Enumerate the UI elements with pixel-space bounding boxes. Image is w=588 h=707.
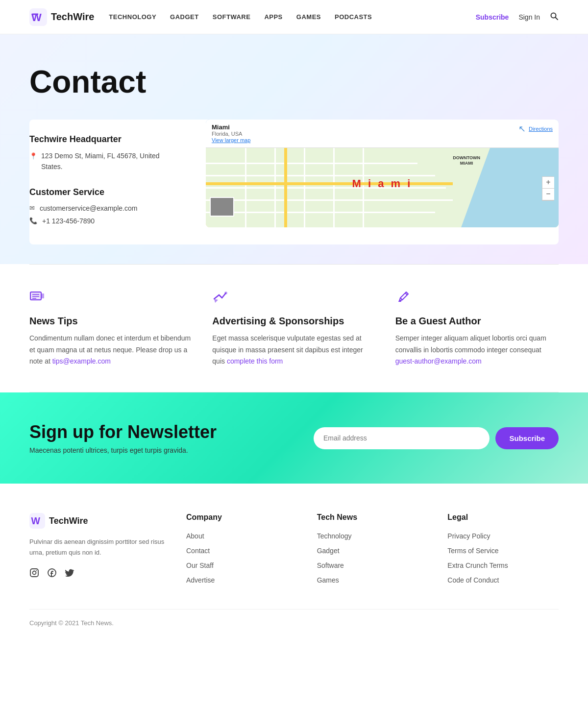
newsletter-title: Sign up for Newsletter [29,422,294,442]
three-column-section: News Tips Condimentum nullam donec et in… [29,264,559,392]
footer-company-title: Company [186,513,297,522]
footer-link-our-staff[interactable]: Our Staff [186,561,297,570]
newsletter-section: Sign up for Newsletter Maecenas potenti … [0,392,588,484]
facebook-icon[interactable] [47,568,57,580]
svg-line-12 [400,298,402,300]
nav-games[interactable]: GAMES [296,13,321,21]
hq-title: Techwire Headquarter [29,134,172,145]
view-larger-map-link[interactable]: View larger map [212,137,250,143]
directions-link[interactable]: Directions [529,126,553,132]
complete-form-link[interactable]: complete this form [227,357,283,365]
footer-grid: W TechWire Pulvinar dis aenean dignissim… [29,513,559,585]
advertising-column: Advertising & Sponsorships Eget massa sc… [212,289,375,367]
email-text: customerservice@example.com [40,204,137,212]
footer-link-contact[interactable]: Contact [186,546,297,555]
footer-brand-name: TechWire [49,516,88,526]
svg-point-18 [33,571,36,575]
footer-social [29,568,167,580]
advertising-title: Advertising & Sponsorships [212,316,375,327]
footer-link-advertise[interactable]: Advertise [186,576,297,585]
footer-link-terms[interactable]: Terms of Service [447,546,559,555]
map-state: Florida, USA [212,131,250,137]
phone-text: +1 123-456-7890 [42,217,95,225]
search-button[interactable] [550,12,559,22]
email-icon: ✉ [29,204,35,212]
footer-bottom: Copyright © 2021 Tech News. [29,609,559,627]
footer-link-privacy[interactable]: Privacy Policy [447,532,559,540]
guest-author-icon [395,289,559,308]
svg-text:W: W [31,515,41,526]
map-body: M i a m i DOWNTOWNMIAMI + − [206,148,559,227]
map-placeholder: Miami Florida, USA View larger map ↖ Dir… [206,120,559,227]
miami-label: M i a m i [352,177,413,190]
signin-button[interactable]: Sign In [518,13,540,21]
footer-link-software[interactable]: Software [317,561,428,570]
nav-gadget[interactable]: GADGET [170,13,199,21]
news-tips-text: Condimentum nullam donec et interdum et … [29,333,193,367]
contact-section: Techwire Headquarter 📍 123 Demo St, Miam… [29,120,559,244]
footer-tech-news-links: Technology Gadget Software Games [317,532,428,585]
footer-legal-title: Legal [447,513,559,522]
nav-podcasts[interactable]: PODCASTS [335,13,372,21]
nav-technology[interactable]: TECHNOLOGY [109,13,156,21]
nav-software[interactable]: SOFTWARE [213,13,251,21]
map-city: Miami [212,123,250,131]
logo-text: TechWire [51,11,94,23]
guest-author-text: Semper integer aliquam aliquet lobortis … [395,333,559,367]
twitter-icon[interactable] [65,568,74,580]
footer-description: Pulvinar dis aenean dignissim porttitor … [29,536,167,558]
footer-link-gadget[interactable]: Gadget [317,546,428,555]
footer-logo-icon: W [29,513,45,529]
advertising-text: Eget massa scelerisque vulputate egestas… [212,333,375,367]
guest-author-email-link[interactable]: guest-author@example.com [395,357,482,365]
svg-line-4 [556,18,558,20]
map-top-bar: Miami Florida, USA View larger map ↖ Dir… [206,120,559,148]
newsletter-subtitle: Maecenas potenti ultrices, turpis eget t… [29,446,294,454]
instagram-icon[interactable] [29,568,39,580]
newsletter-subscribe-button[interactable]: Subscribe [495,427,559,449]
subscribe-button[interactable]: Subscribe [476,13,509,21]
footer-link-technology[interactable]: Technology [317,532,428,540]
logo[interactable]: W TechWire [29,8,94,26]
footer: W TechWire Pulvinar dis aenean dignissim… [0,484,588,641]
copyright-text: Copyright © 2021 Tech News. [29,619,114,627]
newsletter-right: Subscribe [314,427,559,449]
news-tips-title: News Tips [29,316,193,327]
footer-wrapper: W TechWire Pulvinar dis aenean dignissim… [0,484,588,641]
footer-brand-column: W TechWire Pulvinar dis aenean dignissim… [29,513,167,585]
header-right: Subscribe Sign In [476,12,559,22]
zoom-in-button[interactable]: + [542,177,554,189]
directions-icon: ↖ [518,123,526,134]
news-tips-icon [29,289,193,308]
customer-service-title: Customer Service [29,187,172,197]
zoom-out-button[interactable]: − [542,189,554,200]
footer-link-games[interactable]: Games [317,576,428,585]
address-row: 📍 123 Demo St, Miami, FL 45678, United S… [29,150,172,172]
street-view-thumbnail [210,197,234,217]
downtown-label: DOWNTOWNMIAMI [453,155,480,166]
footer-tech-news-column: Tech News Technology Gadget Software Gam… [317,513,428,585]
email-input[interactable] [314,427,490,449]
footer-link-code-conduct[interactable]: Code of Conduct [447,576,559,585]
svg-rect-17 [30,569,38,577]
contact-info: Techwire Headquarter 📍 123 Demo St, Miam… [29,120,186,244]
svg-text:W: W [31,11,42,24]
footer-tech-news-title: Tech News [317,513,428,522]
tips-email-link[interactable]: tips@example.com [52,357,111,365]
svg-point-11 [224,292,227,294]
footer-legal-links: Privacy Policy Terms of Service Extra Cr… [447,532,559,585]
main-content: News Tips Condimentum nullam donec et in… [0,264,588,392]
nav-apps[interactable]: APPS [264,13,282,21]
svg-point-19 [36,570,37,571]
email-row: ✉ customerservice@example.com [29,204,172,212]
footer-link-extra-crunch[interactable]: Extra Crunch Terms [447,561,559,570]
advertising-icon [212,289,375,308]
page-hero: Contact Techwire Headquarter 📍 123 Demo … [0,34,588,264]
map-container: Miami Florida, USA View larger map ↖ Dir… [206,120,559,227]
footer-link-about[interactable]: About [186,532,297,540]
footer-legal-column: Legal Privacy Policy Terms of Service Ex… [447,513,559,585]
news-tips-column: News Tips Condimentum nullam donec et in… [29,289,193,367]
phone-row: 📞 +1 123-456-7890 [29,217,172,225]
guest-author-column: Be a Guest Author Semper integer aliquam… [395,289,559,367]
main-nav: TECHNOLOGY GADGET SOFTWARE APPS GAMES PO… [109,13,475,21]
